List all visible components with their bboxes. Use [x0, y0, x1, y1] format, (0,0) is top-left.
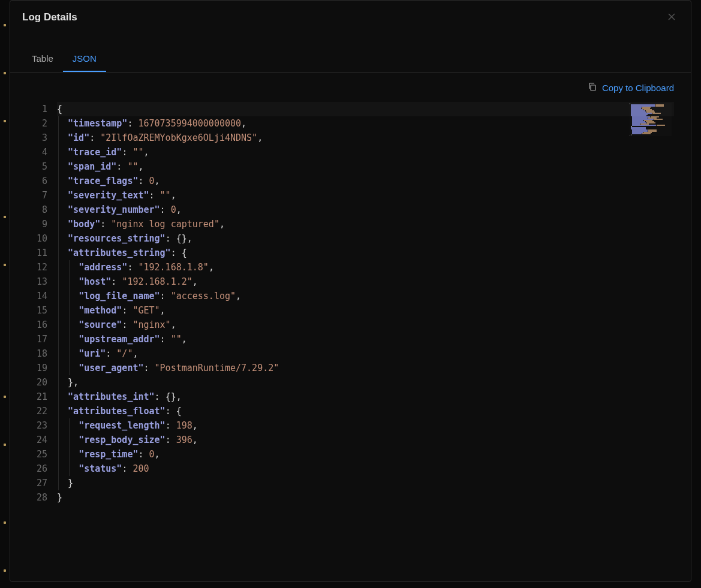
- code-line[interactable]: "status": 200: [57, 462, 674, 476]
- code-content[interactable]: { "timestamp": 1670735994000000000, "id"…: [53, 101, 674, 569]
- code-line[interactable]: "uri": "/",: [57, 346, 674, 361]
- code-line[interactable]: "source": "nginx",: [57, 318, 674, 332]
- code-line[interactable]: },: [57, 375, 674, 390]
- code-line[interactable]: }: [57, 476, 674, 490]
- line-number: 3: [32, 131, 47, 145]
- code-line[interactable]: "trace_id": "",: [57, 145, 674, 159]
- line-number: 21: [32, 390, 47, 404]
- code-line[interactable]: "span_id": "",: [57, 159, 674, 174]
- line-number: 20: [32, 375, 47, 390]
- line-number: 4: [32, 145, 47, 159]
- code-line[interactable]: "timestamp": 1670735994000000000,: [57, 116, 674, 131]
- code-line[interactable]: "trace_flags": 0,: [57, 174, 674, 188]
- code-line[interactable]: "resp_time": 0,: [57, 447, 674, 462]
- line-number: 22: [32, 404, 47, 418]
- code-line[interactable]: "id": "2IlfOaZREMYobKgxe6OLji4NDNS",: [57, 131, 674, 145]
- line-number: 7: [32, 188, 47, 203]
- code-line[interactable]: "body": "nginx log captured",: [57, 217, 674, 231]
- line-number-gutter: 1234567891011121314151617181920212223242…: [27, 101, 53, 569]
- line-number: 28: [32, 490, 47, 505]
- code-line[interactable]: "resources_string": {},: [57, 231, 674, 246]
- line-number: 5: [32, 159, 47, 174]
- copy-icon: [588, 82, 597, 94]
- code-line[interactable]: "resp_body_size": 396,: [57, 433, 674, 447]
- code-line[interactable]: "severity_number": 0,: [57, 203, 674, 217]
- line-number: 9: [32, 217, 47, 231]
- log-details-modal: Log Details Table JSON Copy to Clipboard…: [10, 0, 691, 582]
- background-stripe: [0, 0, 10, 588]
- close-icon[interactable]: [664, 9, 679, 26]
- copy-to-clipboard-button[interactable]: Copy to Clipboard: [588, 82, 674, 94]
- code-line[interactable]: "severity_text": "",: [57, 188, 674, 203]
- line-number: 27: [32, 476, 47, 490]
- line-number: 15: [32, 303, 47, 318]
- line-number: 11: [32, 246, 47, 260]
- line-number: 23: [32, 418, 47, 433]
- line-number: 14: [32, 289, 47, 303]
- code-line[interactable]: "method": "GET",: [57, 303, 674, 318]
- tabs-bar: Table JSON: [10, 46, 691, 73]
- tab-table[interactable]: Table: [22, 46, 63, 72]
- line-number: 19: [32, 361, 47, 375]
- line-number: 10: [32, 231, 47, 246]
- line-number: 24: [32, 433, 47, 447]
- line-number: 16: [32, 318, 47, 332]
- code-line[interactable]: "attributes_string": {: [57, 246, 674, 260]
- code-line[interactable]: "attributes_int": {},: [57, 390, 674, 404]
- line-number: 1: [32, 102, 47, 116]
- code-line[interactable]: "address": "192.168.1.8",: [57, 260, 674, 275]
- line-number: 13: [32, 275, 47, 289]
- code-line[interactable]: }: [57, 490, 674, 505]
- modal-header: Log Details: [10, 1, 691, 34]
- line-number: 25: [32, 447, 47, 462]
- copy-label: Copy to Clipboard: [602, 83, 674, 93]
- code-line[interactable]: "log_file_name": "access.log",: [57, 289, 674, 303]
- tab-json[interactable]: JSON: [63, 46, 106, 72]
- code-line[interactable]: "request_length": 198,: [57, 418, 674, 433]
- code-line[interactable]: {: [57, 102, 674, 116]
- line-number: 2: [32, 116, 47, 131]
- code-editor[interactable]: 1234567891011121314151617181920212223242…: [27, 101, 674, 569]
- code-line[interactable]: "user_agent": "PostmanRuntime/7.29.2": [57, 361, 674, 375]
- modal-title: Log Details: [22, 11, 77, 23]
- line-number: 26: [32, 462, 47, 476]
- line-number: 12: [32, 260, 47, 275]
- code-line[interactable]: "attributes_float": {: [57, 404, 674, 418]
- line-number: 6: [32, 174, 47, 188]
- editor-toolbar: Copy to Clipboard: [10, 73, 691, 101]
- code-line[interactable]: "host": "192.168.1.2",: [57, 275, 674, 289]
- code-line[interactable]: "upstream_addr": "",: [57, 332, 674, 346]
- line-number: 17: [32, 332, 47, 346]
- line-number: 18: [32, 346, 47, 361]
- line-number: 8: [32, 203, 47, 217]
- svg-rect-2: [591, 85, 595, 91]
